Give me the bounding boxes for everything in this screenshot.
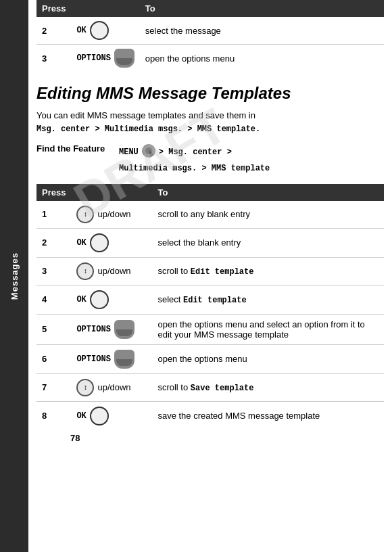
find-feature-label: Find the Feature [36, 143, 111, 154]
action-cell: open the options menu [140, 45, 384, 72]
press-cell: ↕up/down [71, 373, 152, 401]
press-cell: OK [71, 285, 152, 314]
row-num: 7 [36, 373, 71, 401]
row-num: 3 [36, 257, 71, 285]
ok-label: OK [76, 411, 86, 421]
nav-label: up/down [97, 209, 130, 219]
action-cell: scroll to any blank entry [152, 201, 384, 229]
table-row: 7↕up/downscroll to Save template [36, 373, 384, 401]
press-cell: OPTIONS [71, 344, 152, 373]
main-header-press: Press [36, 184, 71, 201]
table-row: 6OPTIONSopen the options menu [36, 344, 384, 373]
press-cell: ↕up/down [71, 257, 152, 285]
table-row: 4OKselect Edit template [36, 285, 384, 314]
main-content: Press To 2 OK select the message [28, 0, 392, 552]
options-icon [114, 49, 134, 68]
table-row: 3 OPTIONS open the options menu [36, 45, 384, 72]
row-num: 2 [36, 17, 71, 45]
top-table-header-to [71, 0, 139, 17]
nav-icon: ↕ [76, 379, 94, 396]
find-feature: Find the Feature MENU > Msg. center > Mu… [36, 143, 384, 173]
options-label: OPTIONS [76, 325, 110, 334]
options-icon [114, 320, 134, 339]
options-label: OPTIONS [76, 53, 110, 63]
page-wrapper: Messages Press To 2 OK [0, 0, 392, 552]
action-cell: select the blank entry [152, 228, 384, 257]
ok-label: OK [76, 295, 86, 304]
section-heading: Editing MMS Message Templates [36, 84, 384, 104]
action-cell: scroll to Save template [152, 373, 384, 401]
ok-label: OK [76, 238, 86, 248]
table-row: 2OKselect the blank entry [36, 228, 384, 257]
ok-label: OK [76, 26, 86, 35]
ok-press-cell: OK [71, 17, 139, 45]
row-num: 2 [36, 228, 71, 257]
table-row: 5OPTIONSopen the options menu and select… [36, 314, 384, 344]
top-table-header-to2: To [140, 0, 384, 17]
options-label: OPTIONS [76, 354, 110, 364]
action-cell: scroll to Edit template [152, 257, 384, 285]
intro-path: Msg. center > Multimedia msgs. > MMS tem… [36, 124, 384, 134]
main-header-to: To [152, 184, 384, 201]
table-row: 2 OK select the message [36, 17, 384, 45]
find-path-text2: Multimedia msgs. > MMS template [119, 164, 270, 173]
nav-icon: ↕ [76, 262, 94, 280]
options-press-cell: OPTIONS [71, 45, 139, 72]
row-num: 5 [36, 314, 71, 344]
menu-text: MENU [119, 147, 139, 157]
table-row: 8OKsave the created MMS message template [36, 401, 384, 430]
find-feature-path: MENU > Msg. center > Multimedia msgs. > … [119, 143, 384, 173]
press-cell: ↕up/down [71, 201, 152, 229]
main-table: Press To 1↕up/downscroll to any blank en… [36, 184, 384, 430]
action-cell: select Edit template [152, 285, 384, 314]
row-num: 8 [36, 401, 71, 430]
find-path-text: > Msg. center > [159, 147, 232, 157]
top-table-header-press: Press [36, 0, 71, 17]
action-cell: select the message [140, 17, 384, 45]
action-cell: save the created MMS message template [152, 401, 384, 430]
nav-label: up/down [97, 382, 130, 392]
table-row: 3↕up/downscroll to Edit template [36, 257, 384, 285]
press-cell: OK [71, 228, 152, 257]
row-num: 3 [36, 45, 71, 72]
table-row: 1↕up/downscroll to any blank entry [36, 201, 384, 229]
nav-label: up/down [97, 266, 130, 276]
svg-point-1 [145, 147, 152, 154]
row-num: 6 [36, 344, 71, 373]
main-header-press2 [71, 184, 152, 201]
sidebar-label: Messages [9, 252, 20, 300]
press-cell: OK [71, 401, 152, 430]
ok-icon [90, 233, 109, 252]
nav-icon: ↕ [76, 206, 94, 223]
ok-icon [90, 21, 109, 40]
action-cell: open the options menu [152, 344, 384, 373]
press-cell: OPTIONS [71, 314, 152, 344]
row-num: 1 [36, 201, 71, 229]
ok-icon [90, 290, 109, 309]
action-cell: open the options menu and select an opti… [152, 314, 384, 344]
options-icon [114, 350, 134, 369]
menu-icon [141, 143, 156, 161]
row-num: 4 [36, 285, 71, 314]
ok-icon [90, 407, 109, 426]
sidebar: Messages [0, 0, 28, 552]
intro-text: You can edit MMS message templates and s… [36, 110, 384, 120]
top-table: Press To 2 OK select the message [36, 0, 384, 72]
page-number: 78 [65, 430, 392, 446]
